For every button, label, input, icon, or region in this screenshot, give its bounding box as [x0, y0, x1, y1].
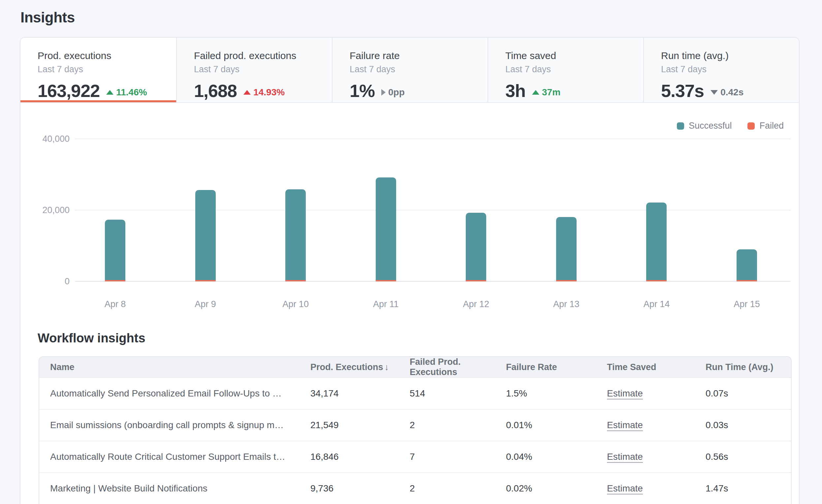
sort-descending-icon: ↓: [385, 362, 389, 372]
successful-bar-segment: [556, 217, 576, 280]
estimate-link[interactable]: Estimate: [607, 483, 643, 493]
successful-bar-segment: [376, 177, 396, 280]
metric-delta: 0.42s: [711, 87, 744, 98]
chart-bar[interactable]: [376, 177, 396, 282]
successful-bar-segment: [466, 213, 486, 280]
table-row: Automatically Route Critical Customer Su…: [39, 441, 791, 472]
workflow-link[interactable]: Automatically Route Critical Customer Su…: [50, 452, 285, 462]
trend-up-icon: [106, 90, 113, 95]
metric-delta-value: 11.46%: [116, 87, 147, 98]
metric-delta-value: 0.42s: [720, 87, 744, 98]
chart-gridline: [75, 138, 791, 139]
failure-rate-cell: 1.5%: [495, 388, 596, 399]
workflow-link[interactable]: Email sumissions (onboarding call prompt…: [50, 420, 284, 430]
prod-executions-cell: 34,174: [300, 388, 399, 399]
legend-item-successful[interactable]: Successful: [677, 121, 732, 131]
legend-label: Successful: [689, 121, 732, 131]
executions-bar-chart: 020,00040,000Apr 8Apr 9Apr 10Apr 11Apr 1…: [75, 139, 791, 282]
insights-panel: Prod. executions Last 7 days 163,922 11.…: [20, 37, 800, 504]
chart-bar[interactable]: [646, 202, 667, 282]
estimate-link[interactable]: Estimate: [607, 388, 643, 399]
page-title: Insights: [20, 9, 75, 26]
legend-label: Failed: [759, 121, 784, 131]
metric-period: Last 7 days: [38, 64, 176, 74]
column-header-time-saved[interactable]: Time Saved: [596, 362, 695, 372]
failed-bar-segment: [376, 280, 396, 282]
chart-bar[interactable]: [466, 213, 486, 282]
successful-bar-segment: [737, 249, 757, 280]
failed-prod-executions-cell: 2: [399, 483, 495, 494]
chart-bar[interactable]: [285, 189, 306, 282]
metric-tab-time-saved[interactable]: Time saved Last 7 days 3h 37m: [487, 38, 643, 102]
run-time-cell: 0.56s: [695, 452, 791, 462]
column-header-prod-executions[interactable]: Prod. Executions↓: [300, 362, 399, 372]
metric-delta: 37m: [532, 87, 560, 98]
metric-period: Last 7 days: [505, 64, 643, 74]
x-axis-tick-label: Apr 9: [194, 299, 216, 310]
metric-label: Failed prod. executions: [194, 50, 332, 61]
x-axis-tick-label: Apr 15: [734, 299, 760, 310]
metric-period: Last 7 days: [194, 64, 332, 74]
metric-tab-failed-prod-executions[interactable]: Failed prod. executions Last 7 days 1,68…: [176, 38, 332, 102]
column-header-name[interactable]: Name: [39, 362, 300, 372]
workflow-link[interactable]: Marketing | Website Build Notifications: [50, 483, 208, 493]
metric-label: Time saved: [505, 50, 643, 61]
metric-delta-value: 14.93%: [253, 87, 285, 98]
column-header-failed-prod-executions[interactable]: Failed Prod. Executions: [399, 357, 495, 377]
metric-value: 5.37s: [661, 80, 704, 101]
failed-prod-executions-cell: 7: [399, 452, 495, 462]
column-header-run-time[interactable]: Run Time (Avg.): [695, 362, 791, 372]
failed-bar-segment: [646, 280, 667, 282]
estimate-link[interactable]: Estimate: [607, 420, 643, 430]
table-row: Marketing | Website Build Notifications …: [39, 472, 791, 504]
chart-bar[interactable]: [556, 217, 576, 282]
metric-tab-run-time-avg[interactable]: Run time (avg.) Last 7 days 5.37s 0.42s: [643, 38, 799, 102]
metric-tab-failure-rate[interactable]: Failure rate Last 7 days 1% 0pp: [332, 38, 487, 102]
successful-bar-segment: [195, 190, 216, 280]
successful-bar-segment: [646, 202, 667, 280]
failed-bar-segment: [285, 280, 306, 282]
metric-tabs: Prod. executions Last 7 days 163,922 11.…: [20, 38, 799, 103]
failure-rate-cell: 0.02%: [495, 483, 596, 494]
successful-swatch-icon: [677, 122, 684, 130]
failed-bar-segment: [466, 280, 486, 282]
metric-value: 1%: [350, 80, 375, 101]
chart-gridline: [75, 281, 791, 282]
failure-rate-cell: 0.01%: [495, 420, 596, 430]
prod-executions-cell: 16,846: [300, 452, 399, 462]
trend-neutral-icon: [381, 89, 386, 96]
run-time-cell: 0.07s: [695, 388, 791, 399]
legend-item-failed[interactable]: Failed: [748, 121, 784, 131]
failed-bar-segment: [556, 280, 576, 282]
successful-bar-segment: [285, 189, 306, 280]
table-row: Automatically Send Personalized Email Fo…: [39, 377, 791, 409]
metric-value: 1,688: [194, 80, 237, 101]
successful-bar-segment: [105, 220, 125, 280]
failed-bar-segment: [105, 280, 125, 282]
chart-bar[interactable]: [737, 249, 757, 282]
x-axis-tick-label: Apr 11: [373, 299, 399, 310]
failed-bar-segment: [737, 280, 757, 282]
metric-value: 163,922: [38, 80, 100, 101]
y-axis-tick-label: 0: [65, 277, 70, 287]
metric-delta: 14.93%: [244, 87, 285, 98]
metric-delta-value: 0pp: [388, 87, 405, 98]
failed-prod-executions-cell: 514: [399, 388, 495, 399]
trend-down-icon: [711, 90, 718, 95]
metric-delta: 0pp: [381, 87, 405, 98]
run-time-cell: 0.03s: [695, 420, 791, 430]
estimate-link[interactable]: Estimate: [607, 452, 643, 462]
prod-executions-cell: 21,549: [300, 420, 399, 430]
metric-period: Last 7 days: [350, 64, 487, 74]
column-header-failure-rate[interactable]: Failure Rate: [495, 362, 596, 372]
metric-tab-prod-executions[interactable]: Prod. executions Last 7 days 163,922 11.…: [20, 38, 176, 102]
trend-up-icon: [244, 90, 251, 95]
chart-bar[interactable]: [195, 190, 216, 282]
metric-delta: 11.46%: [106, 87, 147, 98]
workflow-insights-table: Name Prod. Executions↓ Failed Prod. Exec…: [39, 356, 792, 504]
y-axis-tick-label: 20,000: [42, 205, 70, 215]
workflow-link[interactable]: Automatically Send Personalized Email Fo…: [50, 388, 282, 399]
chart-bar[interactable]: [105, 220, 125, 282]
chart-legend: Successful Failed: [677, 121, 784, 131]
failure-rate-cell: 0.04%: [495, 452, 596, 462]
